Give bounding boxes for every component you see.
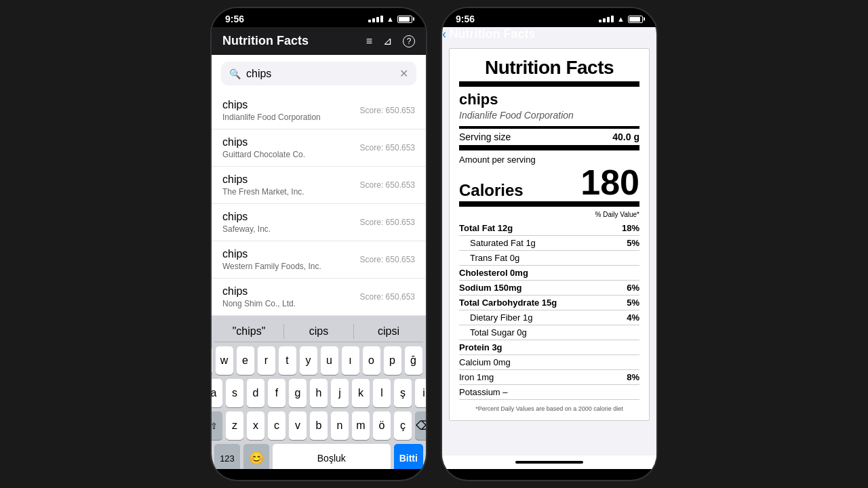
- search-input[interactable]: [246, 68, 394, 80]
- key-p[interactable]: p: [384, 346, 401, 375]
- list-item[interactable]: chips Western Family Foods, Inc. Score: …: [212, 241, 426, 279]
- key-row-1: qwertyuıopğü: [214, 346, 423, 375]
- nutrient-name: Total Sugar 0g: [470, 327, 527, 338]
- num-key[interactable]: 123: [214, 444, 240, 469]
- key-b[interactable]: b: [310, 411, 328, 440]
- time-left: 9:56: [225, 14, 244, 24]
- nutrient-name: Iron 1mg: [459, 372, 494, 382]
- info-icon[interactable]: ?: [403, 35, 415, 47]
- key-i[interactable]: i: [415, 379, 426, 407]
- list-item-right: Score: 650.653: [360, 218, 415, 227]
- home-indicator: [442, 455, 656, 469]
- nutrient-row: Protein 3g: [459, 340, 639, 355]
- battery-icon: [397, 16, 412, 23]
- item-brand: Guittard Chocolate Co.: [222, 150, 305, 159]
- wifi-icon: ▲: [387, 15, 394, 23]
- nutrient-row: Saturated Fat 1g 5%: [459, 236, 639, 251]
- backspace-key[interactable]: ⌫: [415, 411, 426, 440]
- emoji-key[interactable]: 😊: [243, 444, 269, 469]
- key-ö[interactable]: ö: [373, 411, 391, 440]
- key-ü[interactable]: ü: [426, 346, 427, 375]
- nutrient-name: Calcium 0mg: [459, 357, 511, 367]
- key-ç[interactable]: ç: [394, 411, 412, 440]
- key-s[interactable]: s: [226, 379, 243, 407]
- list-item[interactable]: chips Nong Shim Co., Ltd. Score: 650.653: [212, 279, 426, 316]
- item-brand: The Fresh Market, Inc.: [222, 187, 304, 197]
- done-key[interactable]: Bitti: [394, 444, 423, 469]
- item-brand: Safeway, Inc.: [222, 224, 271, 234]
- key-v[interactable]: v: [289, 411, 307, 440]
- item-name: chips: [222, 174, 304, 186]
- key-e[interactable]: e: [237, 346, 254, 375]
- suggestion-1[interactable]: cips: [284, 324, 354, 339]
- signal-dot-r1: [599, 20, 601, 22]
- key-z[interactable]: z: [226, 411, 243, 440]
- key-w[interactable]: w: [216, 346, 233, 375]
- key-j[interactable]: j: [331, 379, 349, 407]
- key-l[interactable]: l: [373, 379, 391, 407]
- key-a[interactable]: a: [212, 379, 222, 407]
- status-bar-left: 9:56 ▲: [212, 8, 426, 27]
- signal-dot-2: [372, 18, 375, 22]
- serving-size-label: Serving size: [459, 131, 511, 142]
- key-r[interactable]: r: [258, 346, 275, 375]
- item-name: chips: [222, 211, 271, 223]
- serving-row: Serving size 40.0 g: [459, 131, 639, 142]
- key-o[interactable]: o: [363, 346, 380, 375]
- key-h[interactable]: h: [310, 379, 328, 407]
- nutrient-row: Potassium –: [459, 385, 639, 400]
- item-brand: Indianlife Food Corporation: [222, 113, 321, 122]
- item-name: chips: [222, 248, 321, 260]
- list-item-left: chips Safeway, Inc.: [222, 211, 271, 234]
- item-score: Score: 650.653: [360, 106, 415, 115]
- sort-icon[interactable]: ≡: [366, 35, 372, 47]
- list-item[interactable]: chips Indianlife Food Corporation Score:…: [212, 92, 426, 129]
- key-t[interactable]: t: [279, 346, 296, 375]
- key-g[interactable]: g: [289, 379, 307, 407]
- keyboard-bottom-row: 123 😊 Boşluk Bitti: [214, 444, 423, 469]
- key-y[interactable]: y: [300, 346, 317, 375]
- key-c[interactable]: c: [268, 411, 285, 440]
- nutrient-row: Sodium 150mg 6%: [459, 281, 639, 296]
- status-bar-right: 9:56 ▲: [442, 8, 656, 27]
- nutrient-name: Trans Fat 0g: [470, 253, 519, 263]
- footnote: *Percent Daily Values are based on a 200…: [459, 405, 639, 412]
- item-score: Score: 650.653: [360, 255, 415, 264]
- key-ş[interactable]: ş: [394, 379, 412, 407]
- nav-bar-right: ‹ Nutrition Facts: [442, 27, 656, 41]
- clear-icon[interactable]: ✕: [399, 67, 408, 80]
- back-button[interactable]: ‹: [442, 27, 446, 41]
- battery-fill-right: [629, 17, 640, 22]
- list-item-left: chips The Fresh Market, Inc.: [222, 174, 304, 197]
- list-item-left: chips Nong Shim Co., Ltd.: [222, 285, 296, 308]
- item-name: chips: [222, 99, 321, 111]
- status-icons-left: ▲: [368, 15, 412, 23]
- item-score: Score: 650.653: [360, 180, 415, 190]
- key-ı[interactable]: ı: [342, 346, 359, 375]
- shift-key[interactable]: ⇧: [212, 411, 222, 440]
- key-m[interactable]: m: [352, 411, 370, 440]
- nutrient-pct: 5%: [627, 298, 639, 308]
- search-bar[interactable]: 🔍 ✕: [221, 62, 416, 85]
- nutrition-facts-title: Nutrition Facts: [459, 57, 639, 79]
- key-u[interactable]: u: [321, 346, 338, 375]
- home-bar: [515, 461, 583, 464]
- nutrient-pct: 5%: [627, 238, 639, 248]
- key-n[interactable]: n: [331, 411, 349, 440]
- space-key[interactable]: Boşluk: [273, 444, 391, 469]
- key-d[interactable]: d: [247, 379, 264, 407]
- key-f[interactable]: f: [268, 379, 285, 407]
- nutrition-card: Nutrition Facts chips Indianlife Food Co…: [449, 48, 650, 421]
- filter-icon[interactable]: ⊿: [383, 35, 392, 47]
- list-item[interactable]: chips Guittard Chocolate Co. Score: 650.…: [212, 129, 426, 167]
- nutrition-scroll[interactable]: Nutrition Facts chips Indianlife Food Co…: [442, 41, 656, 455]
- item-score: Score: 650.653: [360, 143, 415, 152]
- list-item[interactable]: chips The Fresh Market, Inc. Score: 650.…: [212, 167, 426, 204]
- suggestion-0[interactable]: "chips": [214, 324, 284, 339]
- key-q[interactable]: q: [212, 346, 212, 375]
- key-x[interactable]: x: [247, 411, 264, 440]
- key-ğ[interactable]: ğ: [405, 346, 422, 375]
- suggestion-2[interactable]: cipsi: [354, 324, 423, 339]
- key-k[interactable]: k: [352, 379, 370, 407]
- list-item[interactable]: chips Safeway, Inc. Score: 650.653: [212, 204, 426, 241]
